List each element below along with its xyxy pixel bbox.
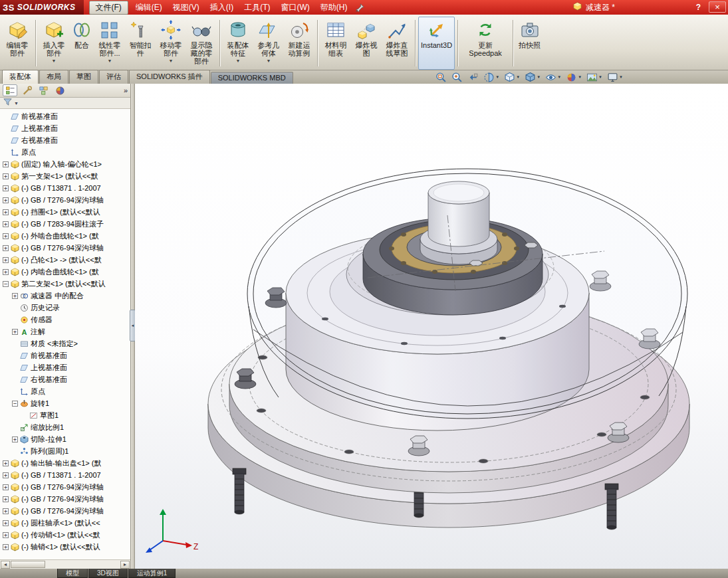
dropdown-arrow-icon[interactable]: ▼ — [52, 58, 57, 63]
panel-tab-display-manager[interactable] — [53, 84, 67, 96]
tree-item[interactable]: −第二支架<1> (默认<<默认 — [0, 278, 130, 290]
command-tab[interactable]: 装配体 — [2, 70, 39, 84]
tree-expander[interactable]: + — [12, 293, 18, 299]
tree-expander[interactable]: + — [3, 269, 9, 275]
filter-dropdown-arrow-icon[interactable]: ▼ — [14, 101, 19, 106]
tree-expander[interactable]: + — [3, 508, 9, 514]
transparent-shell[interactable] — [247, 169, 687, 419]
ribbon-button-linear-pattern[interactable]: 线性零部件...▼ — [94, 17, 125, 70]
ribbon-button-edit-component[interactable]: 编辑零部件 — [2, 17, 33, 70]
dropdown-arrow-icon[interactable]: ▼ — [108, 58, 112, 63]
tree-item[interactable]: +第一支架<1> (默认<<默 — [0, 170, 130, 182]
dropdown-arrow-icon[interactable]: ▼ — [598, 75, 602, 79]
tree-expander[interactable]: − — [12, 401, 18, 407]
scroll-track[interactable] — [10, 561, 120, 569]
tree-item[interactable]: +(固定) 输入轴-偏心轮<1> — [0, 158, 130, 170]
ribbon-button-bom[interactable]: 材料明细表 — [320, 17, 351, 70]
ribbon-button-reference-geometry[interactable]: 参考几何体▼ — [253, 17, 284, 70]
tree-expander[interactable]: + — [3, 257, 9, 263]
dropdown-arrow-icon[interactable]: ▼ — [537, 75, 541, 79]
tree-item[interactable]: 前视基准面 — [0, 110, 130, 122]
menu-item[interactable]: 窗口(W) — [275, 0, 314, 15]
tree-item[interactable]: +A注解 — [0, 326, 130, 337]
tree-item[interactable]: +(-) GB / T276-94深沟球轴 — [0, 481, 130, 493]
tree-item[interactable]: +(-) GB / T276-94深沟球轴 — [0, 242, 130, 254]
tree-expander[interactable]: + — [3, 496, 9, 502]
ribbon-button-insert-component[interactable]: 插入零部件▼ — [39, 17, 69, 70]
menu-item[interactable]: 工具(T) — [239, 0, 275, 15]
ribbon-button-smart-fasteners[interactable]: 智能扣件 — [125, 17, 156, 70]
pin-toolbar-slot[interactable] — [355, 3, 365, 13]
tree-item[interactable]: +切除-拉伸1 — [0, 433, 130, 445]
tree-item[interactable]: 传感器 — [0, 314, 130, 326]
view-tool-section-view[interactable]: ▼ — [483, 72, 499, 83]
ribbon-button-update-speedpak[interactable]: 更新 Speedpak — [461, 17, 510, 70]
view-tool-view-orientation[interactable]: ▼ — [504, 72, 520, 83]
tree-item[interactable]: 原点 — [0, 385, 130, 397]
tree-expander[interactable]: + — [3, 544, 9, 550]
tree-item[interactable]: 右视基准面 — [0, 134, 130, 146]
view-tool-hide-show-items[interactable]: ▼ — [545, 72, 561, 83]
menu-item[interactable]: 文件(F) — [89, 1, 128, 15]
tree-item[interactable]: +(-) GB / T13871 . 1-2007 — [0, 182, 130, 194]
tree-item[interactable]: 材质 <未指定> — [0, 337, 130, 349]
tree-item[interactable]: +(-) 挡圈<1> (默认<<默认 — [0, 206, 130, 218]
ribbon-button-instant3d[interactable]: Instant3D — [418, 17, 455, 70]
panel-tab-configuration-manager[interactable] — [36, 84, 51, 96]
tree-expander[interactable]: + — [3, 484, 9, 490]
bottom-tab[interactable]: 模型 — [57, 569, 88, 578]
tree-item[interactable]: +(-) 输出轴-输出盘<1> (默 — [0, 457, 130, 469]
command-tab[interactable]: SOLIDWORKS 插件 — [129, 70, 210, 84]
ribbon-button-mate[interactable]: 配合 — [69, 17, 94, 70]
bottom-tab[interactable]: 3D视图 — [88, 569, 128, 578]
tree-item[interactable]: +减速器 中的配合 — [0, 290, 130, 302]
tree-expander[interactable]: + — [3, 245, 9, 251]
tree-item[interactable]: +(-) 圆柱轴承<1> (默认<< — [0, 517, 130, 529]
menu-item[interactable]: 编辑(E) — [130, 0, 168, 15]
command-tab[interactable]: SOLIDWORKS MBD — [211, 72, 293, 84]
tree-expander[interactable]: + — [3, 221, 9, 227]
menu-item[interactable]: 视图(V) — [168, 0, 205, 15]
tree-item[interactable]: +(-) GB / T276-94深沟球轴 — [0, 493, 130, 505]
dropdown-arrow-icon[interactable]: ▼ — [516, 75, 520, 79]
ribbon-button-show-hidden[interactable]: 显示隐藏的零部件 — [186, 17, 217, 70]
ribbon-button-move-component[interactable]: 移动零部件▼ — [156, 17, 186, 70]
tree-item[interactable]: +(-) 轴销<1> (默认<<默认 — [0, 541, 130, 553]
ribbon-button-snapshot[interactable]: 拍快照 — [516, 17, 543, 70]
tree-item[interactable]: +(-) GB / T13871 . 1-2007 — [0, 469, 130, 481]
tree-expander[interactable]: + — [3, 197, 9, 203]
scroll-thumb[interactable] — [11, 561, 45, 568]
dropdown-arrow-icon[interactable]: ▼ — [495, 75, 499, 79]
filter-icon[interactable] — [3, 97, 13, 107]
dropdown-arrow-icon[interactable]: ▼ — [236, 58, 241, 63]
ribbon-button-assembly-features[interactable]: 装配体特征▼ — [223, 17, 253, 70]
tree-item[interactable]: 前视基准面 — [0, 349, 130, 361]
tree-item[interactable]: +(-) GB / T276-94深沟球轴 — [0, 194, 130, 206]
tree-item[interactable]: 上视基准面 — [0, 361, 130, 373]
help-button[interactable]: ? — [693, 3, 703, 12]
tree-expander[interactable]: + — [3, 520, 9, 526]
view-tool-previous-view[interactable] — [467, 72, 479, 83]
ribbon-button-explode-sketch[interactable]: 爆炸直线草图 — [382, 17, 412, 70]
tree-item[interactable]: +(-) 外啮合曲线轮<1> (默 — [0, 230, 130, 242]
bottom-tab[interactable]: 运动算例1 — [128, 569, 176, 578]
tree-item[interactable]: 阵列(圆周)1 — [0, 445, 130, 457]
ribbon-button-motion-study[interactable]: 新建运动算例 — [284, 17, 314, 70]
view-tool-edit-appearance[interactable]: ▼ — [566, 72, 582, 83]
view-tool-view-settings[interactable]: ▼ — [607, 72, 623, 83]
ribbon-button-exploded-view[interactable]: 爆炸视图 — [351, 17, 382, 70]
tree-expander[interactable]: − — [3, 281, 9, 287]
view-tool-zoom-fit[interactable] — [435, 72, 447, 83]
command-tab[interactable]: 评估 — [99, 70, 128, 84]
tree-item[interactable]: +(-) 凸轮<1> -> (默认<<默 — [0, 254, 130, 266]
tree-item[interactable]: +(-) 内啮合曲线轮<1> (默 — [0, 266, 130, 278]
tree-item[interactable]: 历史记录 — [0, 302, 130, 314]
tree-item[interactable]: +(-) 传动销<1> (默认<<默 — [0, 529, 130, 541]
close-button[interactable]: × — [709, 1, 726, 13]
menu-item[interactable]: 帮助(H) — [315, 0, 353, 15]
tree-item[interactable]: 原点 — [0, 146, 130, 158]
tree-expander[interactable]: + — [3, 161, 9, 167]
dropdown-arrow-icon[interactable]: ▼ — [169, 58, 174, 63]
scroll-right-button[interactable]: ▸ — [120, 561, 130, 569]
tree-item[interactable]: +(-) GB / T283-94圆柱滚子 — [0, 218, 130, 230]
